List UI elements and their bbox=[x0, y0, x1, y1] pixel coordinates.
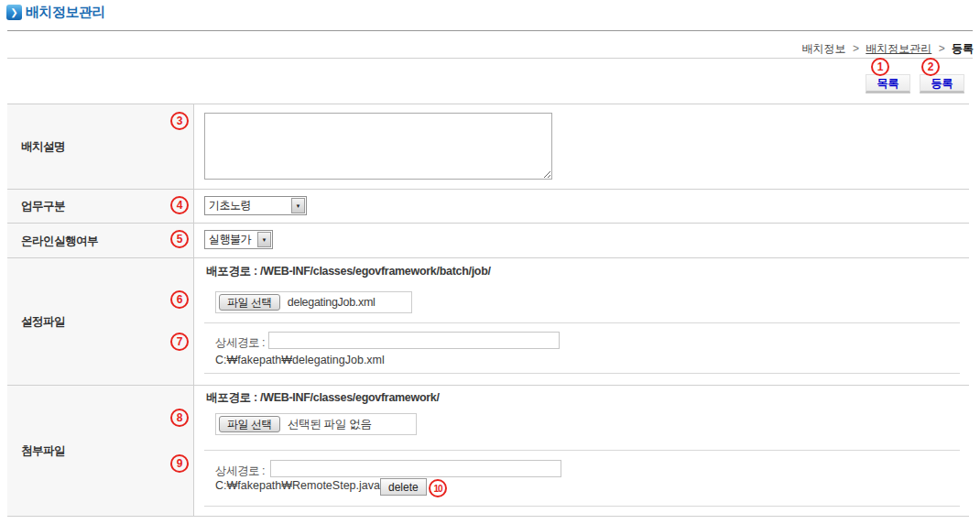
attach-file-label: 첨부파일 bbox=[21, 443, 65, 459]
online-executable-label-cell: 온라인실행여부 bbox=[7, 224, 194, 257]
breadcrumb-item-register: 등록 bbox=[952, 42, 974, 55]
row-attach-file: 첨부파일 bbox=[7, 386, 969, 517]
batch-description-label-cell: 배치설명 bbox=[7, 104, 194, 189]
register-button[interactable]: 등록 bbox=[920, 74, 964, 93]
annotation-badge-9: 9 bbox=[170, 454, 189, 473]
config-file-input[interactable]: 파일 선택 delegatingJob.xml bbox=[215, 291, 412, 313]
breadcrumb-separator: > bbox=[853, 42, 859, 55]
config-file-label: 설정파일 bbox=[21, 314, 65, 330]
attach-local-path: C:₩fakepath₩RemoteStep.java bbox=[215, 479, 380, 492]
config-file-select-button[interactable]: 파일 선택 bbox=[219, 294, 280, 311]
config-deploy-path: 배포경로 : /WEB-INF/classes/egovframework/ba… bbox=[206, 264, 491, 279]
annotation-badge-3: 3 bbox=[170, 112, 189, 130]
attach-deploy-path-label: 배포경로 : bbox=[206, 391, 257, 404]
breadcrumb-separator: > bbox=[939, 42, 945, 55]
config-deploy-path-label: 배포경로 : bbox=[206, 265, 257, 278]
config-inner-divider bbox=[204, 322, 960, 323]
config-inner-divider-bottom bbox=[204, 373, 960, 374]
online-executable-label: 온라인실행여부 bbox=[21, 233, 98, 248]
job-category-selected-value: 기초노령 bbox=[205, 198, 290, 213]
attach-inner-divider-bottom bbox=[204, 506, 960, 507]
title-divider bbox=[7, 30, 973, 31]
batch-description-label: 배치설명 bbox=[21, 139, 65, 155]
attach-file-label-cell: 첨부파일 bbox=[7, 386, 194, 516]
row-online-executable: 온라인실행여부 bbox=[7, 224, 969, 258]
online-executable-content-cell bbox=[194, 224, 969, 257]
breadcrumb-divider bbox=[7, 58, 973, 59]
batch-description-textarea[interactable] bbox=[204, 113, 552, 180]
annotation-badge-6: 6 bbox=[170, 290, 189, 309]
page-title: 배치정보관리 bbox=[26, 4, 105, 21]
breadcrumb: 배치정보 > 배치정보관리 > 등록 bbox=[802, 41, 974, 57]
breadcrumb-item-batch-info[interactable]: 배치정보 bbox=[802, 42, 846, 55]
list-button[interactable]: 목록 bbox=[866, 74, 910, 93]
annotation-badge-2: 2 bbox=[921, 58, 940, 76]
job-category-label-cell: 업무구분 bbox=[7, 190, 194, 223]
delete-file-button[interactable]: delete bbox=[380, 478, 427, 496]
attach-deploy-path-value: /WEB-INF/classes/egovframework/ bbox=[260, 391, 440, 404]
attach-deploy-path: 배포경로 : /WEB-INF/classes/egovframework/ bbox=[206, 390, 440, 406]
title-bullet-icon: ❯ bbox=[6, 5, 22, 20]
config-file-label-cell: 설정파일 bbox=[7, 258, 194, 385]
online-executable-selected-value: 실행불가 bbox=[205, 232, 256, 247]
attach-detail-path-label: 상세경로 : bbox=[215, 464, 265, 479]
attach-inner-divider bbox=[204, 450, 960, 451]
attach-detail-path-input[interactable] bbox=[270, 460, 561, 477]
online-executable-select[interactable]: 실행불가 ▼ bbox=[204, 230, 273, 249]
annotation-badge-7: 7 bbox=[170, 333, 189, 351]
breadcrumb-item-batch-info-management[interactable]: 배치정보관리 bbox=[866, 42, 931, 55]
attach-file-select-button[interactable]: 파일 선택 bbox=[219, 416, 280, 432]
job-category-content-cell bbox=[194, 190, 969, 223]
job-category-select[interactable]: 기초노령 ▼ bbox=[204, 196, 307, 215]
annotation-badge-8: 8 bbox=[170, 409, 189, 427]
config-detail-path-label: 상세경로 : bbox=[215, 335, 265, 351]
annotation-badge-5: 5 bbox=[170, 230, 189, 248]
attach-file-name: 선택된 파일 없음 bbox=[288, 417, 372, 432]
annotation-badge-10: 10 bbox=[429, 479, 447, 497]
attach-file-input[interactable]: 파일 선택 선택된 파일 없음 bbox=[215, 413, 417, 435]
row-job-category: 업무구분 bbox=[7, 190, 969, 224]
job-category-label: 업무구분 bbox=[21, 199, 65, 214]
annotation-badge-4: 4 bbox=[170, 196, 189, 214]
annotation-badge-1: 1 bbox=[871, 58, 889, 76]
batch-info-management-page: ❯ 배치정보관리 배치정보 > 배치정보관리 > 등록 1 2 목록 등록 배치… bbox=[0, 0, 980, 524]
chevron-down-icon[interactable]: ▼ bbox=[291, 198, 305, 213]
chevron-down-icon[interactable]: ▼ bbox=[257, 232, 271, 247]
config-file-name: delegatingJob.xml bbox=[288, 296, 376, 309]
config-deploy-path-value: /WEB-INF/classes/egovframework/batch/job… bbox=[260, 265, 491, 278]
config-local-path: C:₩fakepath₩delegatingJob.xml bbox=[215, 354, 385, 366]
config-detail-path-input[interactable] bbox=[268, 332, 560, 349]
